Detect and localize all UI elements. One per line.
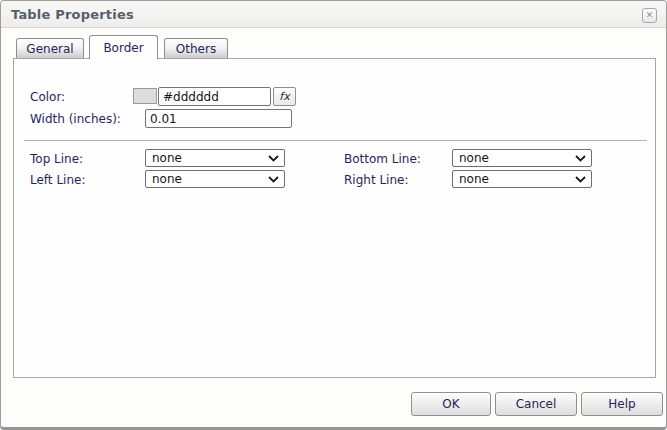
tab-others[interactable]: Others	[164, 38, 228, 59]
right-line-value: none	[459, 172, 489, 186]
help-button[interactable]: Help	[581, 392, 663, 416]
left-line-select[interactable]: none	[145, 170, 285, 188]
tab-border-label: Border	[103, 41, 143, 55]
tab-others-label: Others	[176, 42, 216, 56]
bottom-line-label: Bottom Line:	[344, 152, 421, 166]
border-tab-panel: Color: fx Width (inches): Top Line: none…	[13, 58, 656, 378]
width-input[interactable]	[145, 109, 292, 128]
dialog-title: Table Properties	[11, 7, 134, 22]
chevron-down-icon	[268, 155, 279, 162]
top-line-select[interactable]: none	[145, 149, 285, 167]
color-label: Color:	[30, 90, 65, 104]
cancel-button[interactable]: Cancel	[495, 392, 577, 416]
chevron-down-icon	[268, 176, 279, 183]
close-button[interactable]: ✕	[642, 8, 657, 23]
help-button-label: Help	[608, 397, 635, 411]
ok-button[interactable]: OK	[411, 392, 491, 416]
left-line-value: none	[152, 172, 182, 186]
left-line-label: Left Line:	[30, 173, 85, 187]
close-icon: ✕	[646, 11, 654, 20]
ok-button-label: OK	[442, 397, 459, 411]
right-line-label: Right Line:	[344, 173, 408, 187]
top-line-value: none	[152, 151, 182, 165]
tab-border[interactable]: Border	[89, 35, 158, 59]
separator-line	[24, 140, 647, 141]
fx-icon: fx	[279, 90, 289, 103]
right-line-select[interactable]: none	[452, 170, 592, 188]
title-bar: Table Properties ✕	[1, 1, 666, 28]
chevron-down-icon	[575, 176, 586, 183]
top-line-label: Top Line:	[30, 152, 83, 166]
bottom-line-value: none	[459, 151, 489, 165]
width-label: Width (inches):	[30, 112, 121, 126]
table-properties-dialog: Table Properties ✕ General Border Others…	[0, 0, 667, 430]
bottom-line-select[interactable]: none	[452, 149, 592, 167]
fx-button[interactable]: fx	[273, 87, 296, 106]
color-swatch[interactable]	[133, 88, 157, 104]
tab-general-label: General	[26, 42, 73, 56]
chevron-down-icon	[575, 155, 586, 162]
color-input[interactable]	[158, 87, 271, 106]
cancel-button-label: Cancel	[516, 397, 557, 411]
tab-general[interactable]: General	[16, 38, 84, 59]
